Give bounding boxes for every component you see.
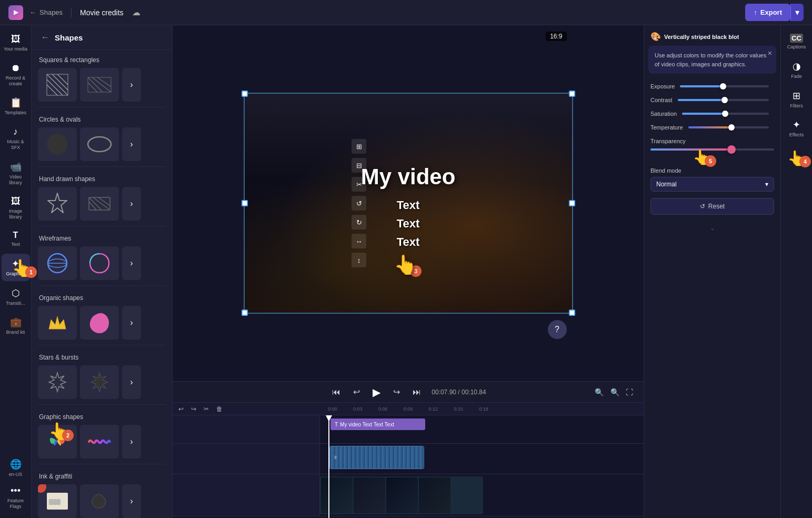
export-dropdown-button[interactable]: ▾: [790, 4, 804, 21]
far-right-captions[interactable]: CC Captions: [783, 29, 811, 54]
selection-handle-bl[interactable]: [242, 310, 248, 316]
playback-play[interactable]: ▶: [370, 384, 383, 401]
shape-thumb-striped-rect2[interactable]: [80, 187, 119, 221]
selection-handle-tl[interactable]: [242, 91, 248, 97]
shape-thumb-starburst-outline[interactable]: [38, 365, 77, 399]
squares-more-button[interactable]: ›: [122, 68, 141, 102]
shapes-back-button[interactable]: ←: [40, 32, 51, 43]
nav-item-video-lib[interactable]: 📹 Video library: [2, 157, 30, 190]
export-button[interactable]: ↑ Export: [745, 4, 790, 21]
bg-video-clip[interactable]: [320, 476, 483, 514]
nav-item-templates[interactable]: 📋 Templates: [2, 93, 30, 120]
nav-item-more[interactable]: ••• Feature Flags: [2, 481, 30, 514]
nav-item-your-media[interactable]: 🖼 Your media: [2, 29, 30, 56]
shape-thumb-ink[interactable]: ▓▓▓: [38, 484, 77, 518]
contrast-slider[interactable]: [678, 99, 769, 101]
wireframes-more-button[interactable]: ›: [122, 246, 141, 280]
effects-label: Effects: [789, 132, 804, 138]
help-bubble[interactable]: ?: [548, 320, 567, 339]
canvas-ctrl-flip-h[interactable]: ↔: [352, 234, 366, 248]
transparency-slider[interactable]: [650, 148, 774, 151]
transparency-thumb[interactable]: [727, 145, 736, 154]
playback-skip-back[interactable]: ⏮: [330, 385, 343, 399]
squares-grid: ›: [38, 68, 166, 102]
blend-mode-select[interactable]: Normal ▾: [650, 177, 774, 192]
playback-skip-forward[interactable]: ⏭: [410, 385, 423, 399]
project-title[interactable]: Movie credits: [80, 8, 123, 17]
organic-more-button[interactable]: ›: [122, 306, 141, 340]
timeline-area: ↩ ↪ ✂ 🗑 0:00 0:03 0:06 0:09 0:12 0:15 0:…: [173, 402, 644, 518]
stars-more-button[interactable]: ›: [122, 365, 141, 399]
shape-thumb-wireframe2[interactable]: [80, 246, 119, 280]
playback-controls: ⏮ ↩ ▶ ↪ ⏭ 00:07.90 / 00:10.84 🔍 🔍 ⛶: [173, 384, 644, 401]
playback-time-display: 00:07.90 / 00:10.84: [432, 388, 486, 396]
video-frame[interactable]: My video TextTextText: [244, 93, 573, 314]
contrast-thumb[interactable]: [721, 97, 728, 103]
panel-info-close-button[interactable]: ×: [768, 49, 772, 57]
zoom-in-btn[interactable]: 🔍: [608, 386, 621, 399]
temperature-thumb[interactable]: [728, 124, 735, 131]
shape-thumb-striped-square[interactable]: [38, 68, 77, 102]
shape-thumb-starburst-filled[interactable]: [80, 365, 119, 399]
track-label-bg: [173, 474, 320, 516]
shape-thumb-striped-rect[interactable]: [80, 68, 119, 102]
zoom-out-btn[interactable]: 🔍: [593, 386, 606, 399]
shape-thumb-ink2[interactable]: [80, 484, 119, 518]
timeline-undo[interactable]: ↩: [177, 404, 185, 414]
export-upload-icon: ↑: [754, 8, 757, 16]
panel-element-title: Vertically striped black blot: [664, 34, 739, 40]
shape-thumb-squiggle[interactable]: [80, 425, 119, 459]
hand-drawn-more-button[interactable]: ›: [122, 187, 141, 221]
video-clip[interactable]: ⏸: [329, 446, 424, 469]
canvas-ctrl-flip-v[interactable]: ↕: [352, 253, 366, 267]
shape-thumb-wireframe1[interactable]: [38, 246, 77, 280]
ink-more-button[interactable]: ›: [122, 484, 141, 518]
temperature-slider[interactable]: [688, 126, 769, 128]
exposure-slider[interactable]: [680, 85, 769, 87]
text-clip[interactable]: T My video Text Text Text: [330, 419, 425, 430]
shape-thumb-filled-circle[interactable]: [38, 127, 77, 161]
far-right-effects[interactable]: ✦ Effects: [783, 115, 811, 142]
fullscreen-btn[interactable]: ⛶: [624, 386, 635, 399]
reset-button[interactable]: ↺ Reset: [650, 198, 774, 215]
nav-item-record[interactable]: ⏺ Record & create: [2, 58, 30, 91]
shape-thumb-oval-outline[interactable]: [80, 127, 119, 161]
saturation-thumb[interactable]: [722, 111, 728, 117]
timeline-playhead[interactable]: [328, 415, 329, 518]
back-button[interactable]: ← Shapes: [29, 8, 63, 16]
nav-item-transitions[interactable]: ⬡ Transiti...: [2, 283, 30, 311]
video-lib-icon: 📹: [10, 161, 22, 173]
shape-thumb-starburst[interactable]: [38, 187, 77, 221]
circles-more-button[interactable]: ›: [122, 127, 141, 161]
playback-rewind[interactable]: ↩: [351, 385, 362, 399]
nav-item-brand-kit[interactable]: 💼 Brand kit: [2, 312, 30, 340]
shape-thumb-crown[interactable]: [38, 306, 77, 340]
transitions-label: Transiti...: [6, 301, 25, 306]
more-icon: •••: [11, 485, 21, 496]
nav-item-music[interactable]: ♪ Music & SFX: [2, 122, 30, 155]
nav-item-graphics[interactable]: ✦ Graphics: [2, 254, 30, 281]
canvas-ctrl-zoom-out[interactable]: ⊟: [352, 158, 366, 173]
shape-thumb-blob-pink[interactable]: [80, 306, 119, 340]
track-content-video: ⏸: [320, 444, 644, 474]
shape-thumb-butterfly[interactable]: [38, 425, 77, 459]
graphic-shapes-more-button[interactable]: ›: [122, 425, 141, 459]
canvas-ctrl-rotate-r[interactable]: ↻: [352, 215, 366, 230]
canvas-ctrl-crop[interactable]: ✂: [352, 177, 366, 192]
selection-handle-tr[interactable]: [569, 91, 575, 97]
blend-mode-arrow-icon: ▾: [765, 181, 768, 188]
canvas-ctrl-rotate-l[interactable]: ↺: [352, 196, 366, 211]
far-right-filters[interactable]: ⊞ Filters: [783, 86, 811, 113]
far-right-fade[interactable]: ◑ Fade: [783, 56, 811, 84]
nav-item-text[interactable]: T Text: [2, 226, 30, 252]
saturation-slider[interactable]: [682, 113, 769, 115]
nav-item-language[interactable]: 🌐 en-US: [2, 454, 30, 482]
exposure-thumb[interactable]: [720, 83, 726, 89]
selection-handle-br[interactable]: [569, 310, 575, 316]
timeline-delete[interactable]: 🗑: [215, 404, 224, 414]
playback-forward[interactable]: ↪: [391, 385, 402, 399]
timeline-redo[interactable]: ↪: [189, 404, 198, 414]
canvas-ctrl-zoom-in[interactable]: ⊞: [352, 139, 366, 154]
timeline-cut[interactable]: ✂: [202, 404, 210, 414]
nav-item-image-lib[interactable]: 🖼 Image library: [2, 192, 30, 224]
